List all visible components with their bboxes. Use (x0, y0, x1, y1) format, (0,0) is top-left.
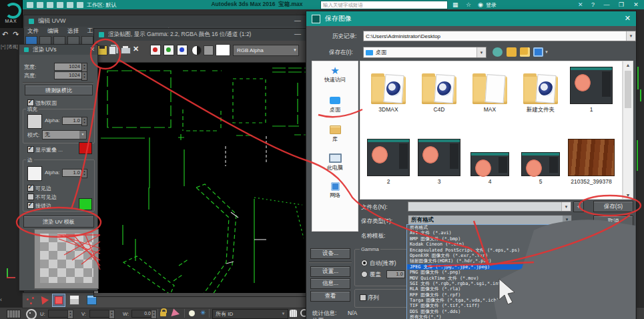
link-icon[interactable] (77, 2, 83, 8)
undo-redo-icons[interactable]: ↶ ↷ (2, 30, 21, 39)
minimize-button[interactable]: — (601, 1, 613, 8)
checker-preview[interactable] (40, 234, 93, 283)
menu-item[interactable]: 选择 (67, 27, 79, 35)
info-button[interactable]: 信息... (310, 278, 350, 289)
height-field[interactable]: 1024 (54, 71, 82, 79)
open-file-icon[interactable] (37, 2, 43, 8)
device-button[interactable]: 设备... (310, 248, 350, 259)
sequence-checkbox[interactable] (360, 294, 366, 301)
file-item[interactable]: 2 (364, 136, 412, 185)
file-item[interactable]: MAX (466, 64, 514, 114)
clear-icon[interactable]: ✕ (133, 45, 139, 53)
file-list-scrollbar[interactable]: ▲ ▼ (623, 61, 633, 200)
up-folder-icon[interactable] (507, 47, 517, 57)
maxscript-icon[interactable] (7, 310, 21, 318)
format-option[interactable]: TIF 图像文件 (*.tif,*.tiff) (407, 303, 569, 308)
minimize-icon[interactable]: — (294, 17, 301, 24)
absolute-mode-icon[interactable] (26, 309, 37, 319)
seam-color-swatch[interactable] (79, 198, 92, 210)
edit-uvw-titlebar[interactable]: 编辑 UVW — (24, 15, 306, 27)
format-option[interactable]: SGI 文件 (*.rgb,*.rgba,*.sgi,*.int,*.inta,… (407, 281, 569, 286)
guess-aspect-button[interactable]: 猜测纵横比 (25, 85, 93, 95)
mono-channel-icon[interactable] (204, 45, 214, 55)
format-option[interactable]: 所有文件(*.*) (407, 314, 569, 319)
sidebar-place[interactable]: 桌面 (314, 94, 356, 121)
element-mode-icon[interactable] (69, 295, 79, 305)
file-item[interactable]: 新建文件夹 (517, 64, 565, 114)
format-option[interactable]: PNG 图像文件 (*.png) (407, 270, 569, 275)
max-logo[interactable]: MAX (0, 0, 23, 28)
edge-mode-icon[interactable] (38, 294, 49, 305)
star-icon[interactable]: ☆ (466, 1, 471, 8)
material-id-dropdown[interactable]: 所有 ID▼ (212, 309, 288, 319)
u-field[interactable] (48, 310, 69, 318)
new-file-icon[interactable] (27, 2, 33, 8)
format-option[interactable]: RLA 图像文件 (*.rla) (407, 286, 569, 292)
v-field[interactable] (89, 310, 111, 318)
filename-input[interactable]: ▼ (408, 202, 571, 212)
view-menu-icon[interactable] (533, 47, 543, 57)
format-option[interactable]: OpenEXR 图像文件 (*.exr,*.fxr) (407, 253, 569, 258)
format-option[interactable]: RPF 图像文件 (*.rpf) (407, 292, 569, 298)
file-item[interactable]: 4 (466, 136, 514, 185)
fill-alpha-spinner[interactable] (81, 117, 87, 126)
edge-alpha-field[interactable]: 1.0 (62, 169, 82, 177)
lock-selection-icon[interactable] (160, 312, 166, 316)
channel-dropdown[interactable]: RGB Alpha▼ (233, 45, 299, 56)
format-option[interactable]: BMP 图像文件 (*.bmp) (407, 236, 569, 242)
save-dialog-titlebar[interactable]: 保存图像 ✕ (306, 11, 636, 26)
clone-icon[interactable] (109, 46, 116, 55)
format-option[interactable]: Targa 图像文件 (*.tga,*.vda,*.icb) (407, 298, 569, 303)
file-item[interactable]: 5 (517, 136, 565, 185)
add-filename-button[interactable]: + (573, 202, 584, 212)
visible-edges-checkbox[interactable] (27, 185, 34, 192)
file-item[interactable]: C4D (415, 64, 463, 114)
seam-edges-checkbox[interactable] (27, 202, 34, 209)
view-button[interactable]: 查看 (310, 291, 350, 302)
print-icon[interactable] (121, 47, 131, 54)
fill-alpha-field[interactable]: 1.0 (62, 117, 82, 125)
width-field[interactable]: 1024 (54, 63, 82, 71)
alpha-channel-icon[interactable] (192, 45, 202, 55)
gamma-value-field[interactable]: 1.0 (386, 270, 405, 278)
format-option[interactable]: MOV QuickTime 文件 (*.mov) (407, 276, 569, 281)
timeline-left-arrow[interactable]: ‹ (0, 296, 2, 303)
uv-canvas[interactable] (94, 63, 306, 293)
sidebar-place[interactable]: 快速访问 (314, 65, 356, 92)
render-uvs-titlebar[interactable]: 渲染 UVs ✕ (19, 45, 97, 55)
format-option[interactable]: AVI 文件 (*.avi) (407, 230, 569, 236)
close-icon[interactable]: ✕ (89, 46, 95, 53)
freeze-icon[interactable]: ✳ (200, 309, 206, 316)
new-folder-icon[interactable] (520, 47, 530, 57)
background-color-swatch[interactable] (216, 44, 230, 56)
menu-item[interactable]: 文件 (27, 27, 39, 35)
w-spinner[interactable] (151, 310, 157, 319)
scroll-thumb[interactable] (625, 71, 631, 108)
redo-icon[interactable] (67, 2, 73, 8)
face-mode-icon[interactable] (52, 294, 65, 307)
save-file-icon[interactable] (47, 2, 53, 8)
format-option[interactable]: JPEG 文件 (*.jpg,*.jpe,*.jpeg) (407, 264, 569, 270)
close-icon[interactable]: ✕ (625, 14, 631, 23)
gamma-auto-radio[interactable] (361, 260, 368, 266)
format-option[interactable]: Encapsulated PostScript 文件 (*.eps,*.ps) (407, 248, 569, 253)
chevron-down-icon[interactable]: ▼ (545, 50, 549, 54)
red-channel-icon[interactable] (150, 45, 161, 55)
history-dropdown[interactable]: C:\Users\Administrator\Desktop ▼ (363, 31, 636, 41)
back-icon[interactable] (493, 47, 503, 57)
selection-cursor-icon[interactable] (171, 309, 180, 319)
exchange-icon[interactable]: ✕ (578, 1, 583, 8)
highlight-icon[interactable] (189, 310, 195, 316)
format-option[interactable]: Kodak Cineon (*.cin) (407, 242, 569, 247)
vertex-mode-icon[interactable] (27, 297, 36, 304)
login-link[interactable]: 登录 (486, 1, 497, 9)
file-item[interactable]: 3 (415, 136, 463, 185)
blue-channel-icon[interactable] (177, 45, 188, 55)
gamma-override-radio[interactable] (361, 271, 368, 278)
invisible-edges-checkbox[interactable] (27, 194, 34, 200)
restore-button[interactable]: ❐ (615, 1, 627, 8)
menu-item[interactable]: 编辑 (47, 27, 59, 35)
u-spinner[interactable] (67, 310, 73, 319)
setup-button[interactable]: 设置... (310, 266, 350, 277)
edge-alpha-spinner[interactable] (81, 169, 87, 178)
